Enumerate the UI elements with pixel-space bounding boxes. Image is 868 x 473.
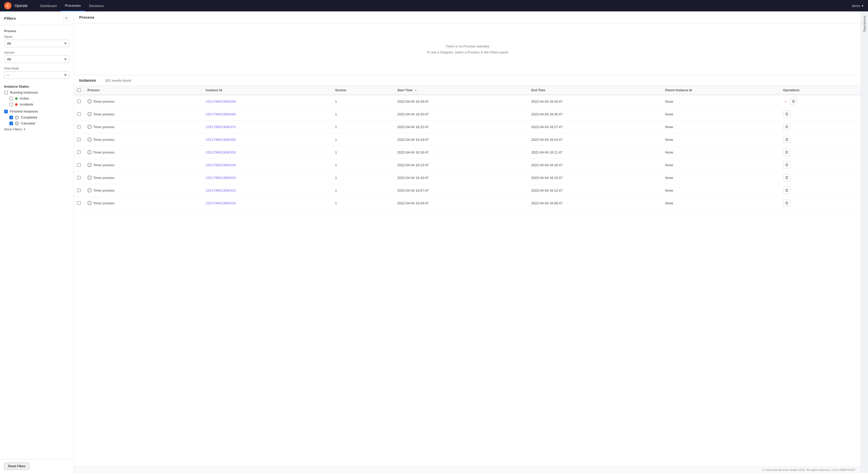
incidents-checkbox[interactable]	[9, 103, 13, 106]
canceled-checkbox[interactable]	[9, 122, 13, 125]
end-time-cell: 2022-04-04 16:30:47	[528, 108, 662, 121]
active-checkbox[interactable]	[9, 97, 13, 100]
instance-id-link[interactable]: 2251799813696310	[206, 201, 236, 205]
col-end-time[interactable]: End Time	[528, 86, 662, 95]
finished-instances-checkbox[interactable]	[4, 110, 8, 113]
nav-item-dashboard[interactable]: Dashboard	[36, 0, 61, 11]
process-name: Timer process	[93, 150, 115, 154]
row-checkbox[interactable]	[77, 138, 81, 141]
running-instances-row[interactable]: Running Instances	[4, 91, 69, 94]
row-checkbox-cell[interactable]	[74, 121, 84, 133]
col-process[interactable]: Process	[84, 86, 203, 95]
table-row: ✓ Timer process 2251799813696320 1 2022-…	[74, 184, 861, 197]
table-row: ✓ Timer process 2251799813696390 1 2022-…	[74, 95, 861, 108]
col-start-time[interactable]: Start Time ▼	[394, 86, 528, 95]
completed-row[interactable]: ✓ Completed	[9, 115, 69, 119]
instance-id-link[interactable]: 2251799813696340	[206, 163, 236, 167]
instance-id-link[interactable]: 2251799813696380	[206, 112, 236, 116]
operations-cell	[780, 197, 861, 209]
instance-id-cell[interactable]: 2251799813696330	[203, 171, 332, 184]
process-version-select[interactable]: All	[4, 56, 69, 63]
instance-id-link[interactable]: 2251799813696390	[206, 100, 236, 103]
row-checkbox-cell[interactable]	[74, 171, 84, 184]
row-checkbox[interactable]	[77, 112, 81, 116]
top-navigation: C Operate Dashboard Processes Decisions …	[0, 0, 868, 11]
delete-button[interactable]	[783, 174, 790, 181]
instance-id-link[interactable]: 2251799813696320	[206, 189, 236, 193]
delete-button[interactable]	[783, 148, 790, 156]
process-panel-title: Process	[79, 15, 94, 20]
process-name-select[interactable]: All	[4, 40, 69, 47]
completed-checkbox[interactable]	[9, 116, 13, 119]
canceled-label: Canceled	[21, 121, 35, 125]
delete-button[interactable]	[783, 187, 790, 194]
row-checkbox-cell[interactable]	[74, 133, 84, 146]
nav-item-processes[interactable]: Processes	[61, 0, 85, 11]
instance-id-cell[interactable]: 2251799813696360	[203, 133, 332, 146]
instance-id-cell[interactable]: 2251799813696350	[203, 146, 332, 159]
process-name: Timer process	[93, 163, 115, 167]
row-checkbox[interactable]	[77, 125, 81, 129]
running-instances-checkbox[interactable]	[4, 91, 8, 94]
instance-id-cell[interactable]: 2251799813696340	[203, 159, 332, 171]
canceled-row[interactable]: ⊘ Canceled	[9, 121, 69, 125]
table-row: ✓ Timer process 2251799813696340 1 2022-…	[74, 159, 861, 171]
user-menu[interactable]: demo	[852, 4, 861, 8]
col-checkbox[interactable]	[74, 86, 84, 95]
row-checkbox-cell[interactable]	[74, 108, 84, 121]
row-checkbox-cell[interactable]	[74, 95, 84, 108]
instance-id-cell[interactable]: 2251799813696370	[203, 121, 332, 133]
row-checkbox[interactable]	[77, 150, 81, 154]
row-checkbox[interactable]	[77, 176, 81, 179]
footer-text: © Camunda Services GmbH 2022. All rights…	[762, 468, 856, 471]
delete-button[interactable]	[790, 98, 797, 105]
incidents-row[interactable]: Incidents	[9, 102, 69, 106]
col-version[interactable]: Version	[332, 86, 394, 95]
table-row: ✓ Timer process 2251799813696380 1 2022-…	[74, 108, 861, 121]
col-instance-id[interactable]: Instance Id	[203, 86, 332, 95]
operations-cell	[780, 108, 861, 121]
trash-icon	[785, 176, 788, 179]
delete-button[interactable]	[783, 199, 790, 207]
instance-id-link[interactable]: 2251799813696330	[206, 176, 236, 180]
row-checkbox-cell[interactable]	[74, 146, 84, 159]
delete-button[interactable]	[783, 136, 790, 143]
user-dropdown-icon[interactable]: ▼	[861, 4, 864, 7]
row-checkbox[interactable]	[77, 100, 81, 103]
flow-node-select[interactable]: --	[4, 71, 69, 79]
delete-button[interactable]	[783, 110, 790, 118]
instance-id-cell[interactable]: 2251799813696310	[203, 197, 332, 209]
instance-id-link[interactable]: 2251799813696350	[206, 150, 236, 154]
select-all-checkbox[interactable]	[77, 89, 81, 92]
nav-item-decisions[interactable]: Decisions	[85, 0, 108, 11]
process-status-icon: ✓	[88, 201, 92, 205]
instance-id-link[interactable]: 2251799813696370	[206, 125, 236, 129]
instance-id-cell[interactable]: 2251799813696380	[203, 108, 332, 121]
row-checkbox[interactable]	[77, 189, 81, 192]
instances-table: Process Instance Id Version Start Time ▼…	[74, 86, 861, 209]
active-row[interactable]: Active	[9, 97, 69, 100]
sidebar-body: Process Name All Version All Flow Node -…	[0, 25, 74, 459]
row-checkbox-cell[interactable]	[74, 184, 84, 197]
instance-id-link[interactable]: 2251799813696360	[206, 138, 236, 142]
row-checkbox[interactable]	[77, 163, 81, 167]
delete-button[interactable]	[783, 123, 790, 130]
instance-id-cell[interactable]: 2251799813696320	[203, 184, 332, 197]
process-name: Timer process	[93, 112, 115, 116]
main-layout: Filters K Process Name All Version All F…	[0, 11, 868, 473]
nav-items: Dashboard Processes Decisions	[36, 0, 108, 11]
row-checkbox-cell[interactable]	[74, 197, 84, 209]
instance-id-cell[interactable]: 2251799813696390	[203, 95, 332, 108]
more-filters-toggle[interactable]: More Filters ▼	[4, 127, 69, 131]
nav-user-area: demo ▼	[852, 4, 864, 8]
row-checkbox-cell[interactable]	[74, 159, 84, 171]
row-checkbox[interactable]	[77, 201, 81, 205]
reset-filters-button[interactable]: Reset Filters	[4, 463, 29, 470]
collapse-sidebar-button[interactable]: K	[63, 15, 69, 21]
delete-button[interactable]	[783, 161, 790, 169]
col-parent-id[interactable]: Parent Instance Id	[662, 86, 780, 95]
finished-instances-row[interactable]: Finished Instances	[4, 109, 69, 113]
end-time-cell: 2022-04-04 16:09:47	[528, 197, 662, 209]
filters-title: Filters	[4, 16, 16, 21]
start-time-cell: 2022-04-04 16:07:47	[394, 184, 528, 197]
